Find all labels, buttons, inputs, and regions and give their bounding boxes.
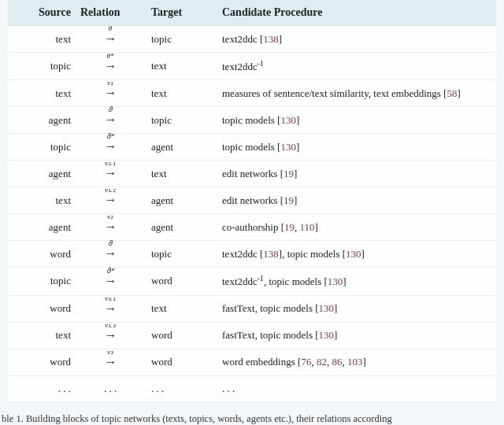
- citation-link[interactable]: 76: [301, 356, 311, 368]
- citation-link[interactable]: 82: [317, 356, 327, 368]
- cell-procedure: edit networks [19]: [214, 161, 496, 187]
- cell-relation: ϑ→: [77, 241, 143, 268]
- cell-target: word: [143, 268, 214, 295]
- cell-relation: ν₁.₃→: [77, 322, 143, 349]
- cell-relation: ϑ*→: [77, 268, 143, 295]
- cell-procedure: . . .: [214, 375, 496, 401]
- cell-target: text: [143, 80, 214, 107]
- cell-target: topic: [143, 26, 214, 53]
- citation-link[interactable]: 130: [319, 302, 335, 314]
- cell-procedure: text2ddc-1, topic models [130]: [214, 268, 496, 295]
- cell-source: topic: [8, 53, 77, 80]
- relation-arrow-icon: ν₃.₁→: [105, 302, 117, 315]
- relation-arrow-icon: θ*→: [105, 60, 117, 72]
- citation-link[interactable]: 130: [280, 141, 296, 153]
- cell-target: topic: [143, 107, 214, 134]
- citation-link[interactable]: 138: [263, 248, 279, 260]
- table-row: wordν₃.₁→textfastText, topic models [130…: [8, 295, 496, 322]
- cell-procedure: text2ddc [138]: [214, 26, 496, 53]
- relation-arrow-icon: ν₁→: [105, 87, 117, 99]
- citation-link[interactable]: 19: [284, 168, 294, 179]
- cell-relation: ν₁→: [77, 80, 143, 107]
- col-header-relation: Relation: [77, 0, 143, 26]
- cell-source: agent: [8, 161, 77, 187]
- relation-arrow-icon: ν₁.₂→: [105, 194, 117, 206]
- cell-source: word: [8, 241, 77, 268]
- cell-target: topic: [143, 241, 214, 268]
- relation-arrow-icon: ν₂.₁→: [105, 167, 117, 179]
- table-row: textν₁.₃→wordfastText, topic models [130…: [8, 322, 496, 349]
- cell-source: topic: [8, 268, 77, 295]
- cell-source: agent: [8, 214, 77, 241]
- col-header-source: Source: [8, 0, 77, 26]
- cell-target: . . .: [143, 375, 214, 401]
- cell-procedure: word embeddings [76, 82, 86, 103]: [214, 349, 496, 375]
- citation-link[interactable]: 19: [284, 194, 294, 206]
- cell-relation: ν₂→: [77, 214, 143, 241]
- table-row: textν₁→textmeasures of sentence/text sim…: [8, 80, 496, 107]
- relation-arrow-icon: ϑ*→: [105, 275, 117, 287]
- cell-relation: ν₂.₁→: [77, 161, 143, 187]
- citation-link[interactable]: 58: [447, 87, 457, 99]
- cell-procedure: text2ddc [138], topic models [130]: [214, 241, 496, 268]
- cell-procedure: topic models [130]: [214, 134, 496, 161]
- table-caption-fragment: ble 1. Building blocks of topic networks…: [0, 410, 504, 425]
- cell-procedure: co-authorship [19, 110]: [214, 214, 496, 241]
- table-row: agentν₂→agentco-authorship [19, 110]: [8, 214, 496, 241]
- cell-relation: ϑ*→: [77, 134, 143, 161]
- relation-arrow-icon: ν₃→: [105, 356, 117, 368]
- cell-relation: θ*→: [77, 53, 143, 80]
- cell-relation: ν₃→: [77, 349, 143, 375]
- citation-link[interactable]: 130: [280, 114, 296, 126]
- citation-link[interactable]: 130: [319, 329, 335, 341]
- relations-table: Source Relation Target Candidate Procedu…: [8, 0, 496, 402]
- table-row: wordϑ→topictext2ddc [138], topic models …: [8, 241, 496, 268]
- cell-source: agent: [8, 107, 77, 134]
- cell-source: text: [8, 80, 77, 107]
- table-row: . . .. . .. . .. . .: [8, 375, 496, 401]
- relation-arrow-icon: ϑ*→: [105, 140, 117, 153]
- cell-relation: ν₃.₁→: [77, 295, 143, 322]
- cell-procedure: measures of sentence/text similarity, te…: [214, 80, 496, 107]
- table-header-row: Source Relation Target Candidate Procedu…: [8, 0, 496, 26]
- cell-source: topic: [8, 134, 77, 161]
- cell-target: word: [143, 322, 214, 349]
- relation-arrow-icon: ν₂→: [105, 220, 117, 233]
- col-header-target: Target: [143, 0, 214, 26]
- citation-link[interactable]: 103: [347, 356, 363, 368]
- table-row: textν₁.₂→agentedit networks [19]: [8, 187, 496, 214]
- relation-arrow-icon: ϑ→: [105, 113, 117, 126]
- citation-link[interactable]: 130: [346, 248, 361, 260]
- relation-arrow-icon: θ→: [105, 32, 117, 45]
- cell-target: agent: [143, 214, 214, 241]
- cell-procedure: fastText, topic models [130]: [214, 295, 496, 322]
- cell-procedure: topic models [130]: [214, 107, 496, 134]
- relation-arrow-icon: ν₁.₃→: [105, 329, 117, 342]
- citation-link[interactable]: 86: [332, 356, 342, 368]
- cell-relation: ν₁.₂→: [77, 187, 143, 214]
- citation-link[interactable]: 19: [284, 221, 295, 233]
- table-row: topicθ*→texttext2ddc-1: [8, 53, 496, 80]
- cell-source: word: [8, 349, 77, 375]
- cell-relation: . . .: [77, 375, 143, 401]
- cell-procedure: edit networks [19]: [214, 187, 496, 214]
- table-row: agentϑ→topictopic models [130]: [8, 107, 496, 134]
- citation-link[interactable]: 138: [263, 33, 279, 45]
- citation-link[interactable]: 130: [328, 276, 343, 288]
- citation-link[interactable]: 110: [300, 221, 315, 233]
- table-row: agentν₂.₁→textedit networks [19]: [8, 161, 496, 187]
- cell-source: text: [8, 26, 77, 53]
- cell-target: word: [143, 349, 214, 375]
- cell-relation: ϑ→: [77, 107, 143, 134]
- cell-target: agent: [143, 187, 214, 214]
- cell-source: text: [8, 187, 77, 214]
- table-row: textθ→topictext2ddc [138]: [8, 26, 496, 53]
- cell-source: word: [8, 295, 77, 322]
- cell-relation: θ→: [77, 26, 143, 53]
- cell-target: text: [143, 161, 214, 187]
- table-row: topicϑ*→agenttopic models [130]: [8, 134, 496, 161]
- cell-source: . . .: [8, 375, 77, 401]
- cell-target: text: [143, 53, 214, 80]
- table-row: wordν₃→wordword embeddings [76, 82, 86, …: [8, 349, 496, 375]
- relation-arrow-icon: ϑ→: [105, 247, 117, 260]
